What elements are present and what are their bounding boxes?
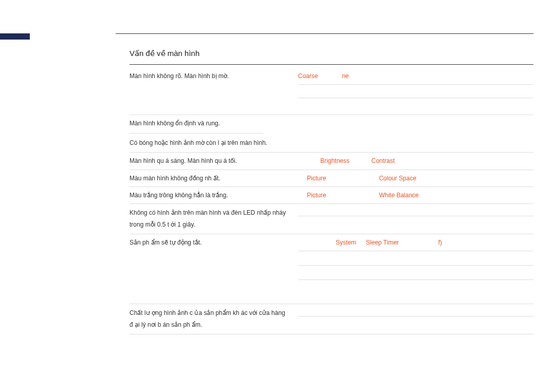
solution-text (288, 307, 533, 329)
solution-text: System Sleep Timer f) (288, 237, 533, 301)
menu-term: System (336, 239, 356, 246)
solution-text: Picture Colour Space (288, 173, 533, 183)
table-row: Không có hình ảnh trên màn hình và đèn L… (130, 204, 533, 234)
menu-term: ne (342, 72, 348, 80)
menu-term: Contrast (372, 157, 395, 164)
solution-text (288, 207, 533, 231)
problem-text: Màu màn hình không đồng nh ất. (130, 173, 288, 183)
menu-term: Picture (307, 192, 326, 199)
menu-term: Brightness (320, 157, 349, 164)
table-row: Màn hình không rõ. Màn hình bị mờ. Coars… (130, 68, 533, 115)
menu-term: f) (438, 239, 442, 246)
content-area: Vấn đề về màn hình Màn hình không rõ. Mà… (130, 49, 533, 334)
problem-text: Có bóng hoặc hình ảnh mờ còn l ại trên m… (130, 134, 288, 152)
problem-text: Màn hình qu á sáng. Màn hình qu á tối. (130, 156, 288, 166)
side-tab-marker (0, 33, 30, 40)
menu-term: Coarse (298, 72, 318, 80)
problem-text: Màn hình không ổn định và rung. (130, 118, 263, 133)
solution-text: Picture White Balance (288, 190, 533, 200)
menu-term: Picture (307, 175, 326, 182)
problem-text: Chất lư ợng hình ảnh c ủa sản phẩm kh ác… (130, 307, 288, 331)
problem-text: Màn hình không rõ. Màn hình bị mờ. (130, 71, 288, 81)
solution-text: Coarse ne (288, 71, 533, 111)
table-row: Sản ph ẩm sẽ tự động tắt. System Sleep T… (130, 234, 533, 304)
table-row: Màn hình qu á sáng. Màn hình qu á tối. B… (130, 153, 533, 170)
problem-text: Sản ph ẩm sẽ tự động tắt. (130, 237, 288, 248)
menu-term: Sleep Timer (366, 239, 399, 246)
top-horizontal-rule (116, 33, 533, 34)
menu-term: White Balance (379, 192, 418, 199)
solution-text: Brightness Contrast (288, 156, 533, 166)
table-row: Chất lư ợng hình ảnh c ủa sản phẩm kh ác… (130, 304, 533, 334)
section-title: Vấn đề về màn hình (130, 49, 533, 65)
problem-text: Màu trắng trông không hẳn là trắng. (130, 190, 288, 200)
table-row: Màu trắng trông không hẳn là trắng. Pict… (130, 187, 533, 204)
problem-text: Không có hình ảnh trên màn hình và đèn L… (130, 207, 288, 231)
table-row: Màn hình không ổn định và rung. Có bóng … (130, 115, 533, 153)
table-row: Màu màn hình không đồng nh ất. Picture C… (130, 170, 533, 187)
menu-term: Colour Space (379, 175, 416, 182)
